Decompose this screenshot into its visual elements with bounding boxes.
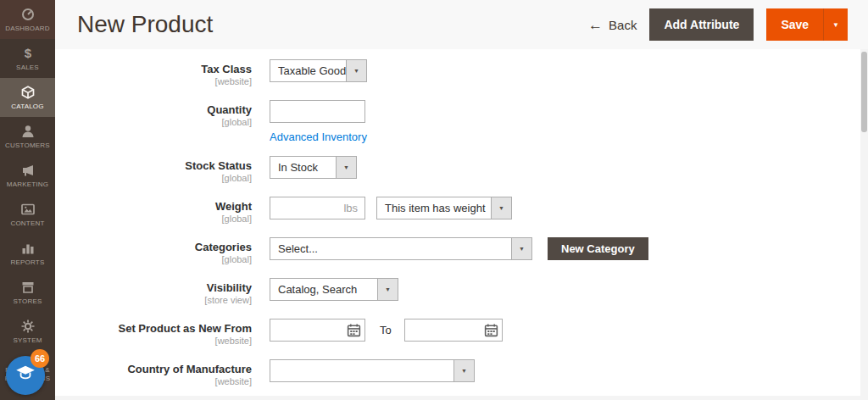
chevron-down-icon: ▼ [453,360,474,381]
page-header: New Product ← Back Add Attribute Save ▼ [55,0,868,49]
sidebar-item-label: CONTENT [10,219,44,228]
vertical-scrollbar-thumb[interactable] [861,52,867,132]
save-dropdown-toggle[interactable]: ▼ [823,8,848,41]
stock-status-label: Stock Status [55,159,252,172]
system-icon [20,319,36,334]
chevron-down-icon: ▼ [336,157,356,178]
sidebar-item-label: STORES [14,297,42,306]
weight-label: Weight [55,200,252,213]
to-label: To [380,324,392,336]
calendar-icon[interactable] [346,322,362,338]
form-row-new-from-to: Set Product as New From [website] To [55,319,860,347]
horizontal-scrollbar[interactable] [55,396,860,400]
back-button[interactable]: ← Back [588,18,637,32]
sidebar-item-label: CATALOG [11,103,43,111]
marketing-icon [20,163,36,178]
country-label: Country of Manufacture [55,363,252,375]
sidebar-item-label: MARKETING [7,181,48,189]
sidebar-item-customers[interactable]: CUSTOMERS [0,117,55,156]
chevron-down-icon: ▼ [377,279,398,300]
sidebar-item-label: DASHBOARD [5,25,49,33]
sidebar-item-stores[interactable]: STORES [0,273,55,312]
quantity-input[interactable] [270,100,365,123]
stock-status-scope: [global] [55,173,252,184]
weight-input[interactable] [270,197,365,219]
sidebar-item-label: SYSTEM [13,336,42,345]
add-attribute-button[interactable]: Add Attribute [649,8,754,41]
stores-icon [20,280,36,295]
save-split-button: Save ▼ [766,8,848,41]
weight-scope: [global] [55,214,252,225]
page-title: New Product [77,11,213,38]
tax-class-label: Tax Class [55,63,252,75]
sidebar-item-marketing[interactable]: MARKETING [0,156,55,195]
catalog-icon [20,85,36,100]
reports-icon [20,241,36,256]
customers-icon [20,124,36,139]
categories-label: Categories [55,241,252,253]
header-actions: ← Back Add Attribute Save ▼ [588,8,848,41]
back-label: Back [609,18,637,32]
quantity-scope: [global] [55,117,252,128]
sidebar-item-dashboard[interactable]: DASHBOARD [0,0,55,39]
new-from-label: Set Product as New From [55,322,252,335]
notification-badge[interactable]: 66 [31,349,49,368]
form-row-weight: Weight [global] lbs This item has weight… [55,197,860,225]
chevron-down-icon: ▼ [491,197,511,219]
chevron-down-icon: ▼ [832,21,839,29]
tax-class-select[interactable]: Taxable Goods ▼ [270,59,367,82]
country-select[interactable]: ▼ [270,359,475,382]
categories-select[interactable]: Select... ▼ [270,237,532,260]
sidebar-item-catalog[interactable]: CATALOG [0,78,55,117]
tax-class-scope: [website] [55,76,252,87]
form-row-visibility: Visibility [store view] Catalog, Search … [55,278,860,306]
save-button[interactable]: Save [766,8,823,41]
sidebar-item-system[interactable]: SYSTEM [0,312,55,351]
visibility-select[interactable]: Catalog, Search ▼ [270,278,398,301]
chevron-down-icon: ▼ [346,60,366,81]
stock-status-select[interactable]: In Stock ▼ [270,156,357,179]
form-row-quantity: Quantity [global] Advanced Inventory [55,100,860,143]
vertical-scrollbar[interactable] [860,49,868,400]
new-from-scope: [website] [55,336,252,347]
sidebar-item-label: CUSTOMERS [5,142,50,150]
form-row-stock-status: Stock Status [global] In Stock ▼ [55,156,860,184]
sales-icon: $ [20,46,36,61]
sidebar-item-reports[interactable]: REPORTS [0,234,55,273]
quantity-label: Quantity [55,103,252,116]
advanced-inventory-link[interactable]: Advanced Inventory [270,131,367,143]
content-icon [20,202,36,217]
calendar-icon[interactable] [483,322,499,338]
chevron-down-icon: ▼ [511,238,531,259]
visibility-label: Visibility [55,281,252,294]
sidebar-item-sales[interactable]: $ SALES [0,39,55,78]
dashboard-icon [20,7,36,22]
product-form: Tax Class [website] Taxable Goods ▼ Quan… [55,49,860,400]
country-scope: [website] [55,376,252,387]
admin-sidebar: DASHBOARD $ SALES CATALOG CUSTOMERS MARK… [0,0,55,400]
form-row-tax-class: Tax Class [website] Taxable Goods ▼ [55,59,860,87]
weight-type-select[interactable]: This item has weight ▼ [376,197,512,219]
categories-scope: [global] [55,254,252,265]
visibility-scope: [store view] [55,295,252,306]
svg-text:$: $ [24,46,31,60]
sidebar-item-content[interactable]: CONTENT [0,195,55,234]
form-row-country: Country of Manufacture [website] ▼ [55,359,860,387]
sidebar-item-label: SALES [16,64,39,72]
sidebar-item-label: REPORTS [11,258,45,267]
back-arrow-icon: ← [588,18,603,32]
new-category-button[interactable]: New Category [548,237,648,260]
form-row-categories: Categories [global] Select... ▼ New Cate… [55,237,860,265]
